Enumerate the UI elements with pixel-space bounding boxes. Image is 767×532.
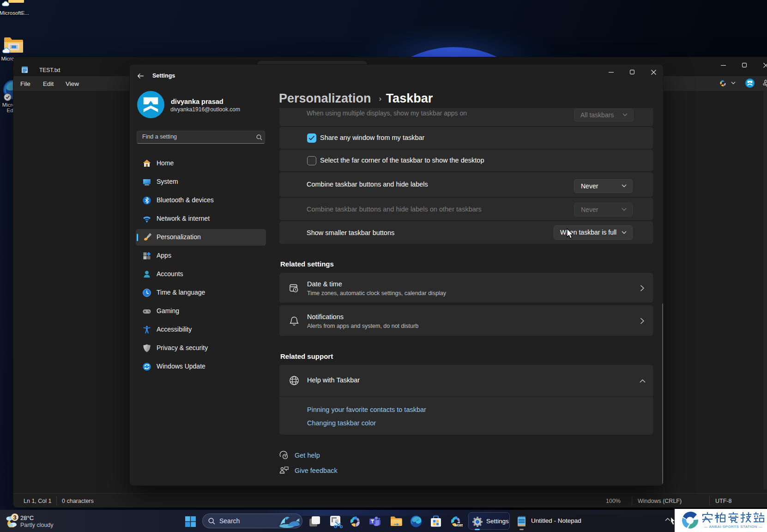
svg-text:M365: M365 <box>455 524 463 527</box>
svg-text:3: 3 <box>13 514 16 521</box>
